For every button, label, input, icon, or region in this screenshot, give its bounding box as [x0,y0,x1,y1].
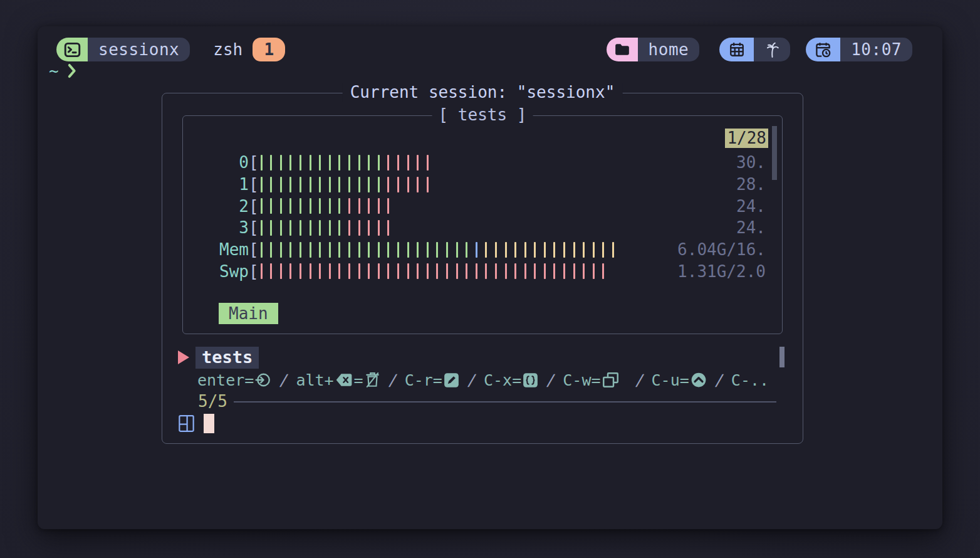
meter-label: 2 [183,197,249,216]
preview-position-indicator: 1/28 [725,129,768,148]
meter-bracket: [ [249,218,259,237]
meter-row-3: 3[24. [183,217,782,239]
divider-line [234,401,776,403]
calendar-clock-icon [806,38,840,61]
text-cursor [204,414,214,433]
keybinding-help-line: enter=/alt+=/C-r=/C-x=/C-w=/C-u=/C-.. [197,370,769,390]
prompt-chevron-icon [67,63,77,78]
window-tab-badge: Main [219,303,278,324]
calendar-pill [719,38,790,61]
meter-row-swp: Swp[1.31G/2.0 [183,260,782,282]
triangle-right-icon [178,350,189,364]
help-keybinding-text: alt+ [296,371,333,389]
meter-value: 1.31G/2.0 [677,262,766,281]
search-input[interactable] [178,413,214,434]
window-layout-icon [178,414,195,433]
palm-tree-icon [754,38,790,61]
match-counter: 5/5 [198,392,227,411]
preview-title: [ tests ] [432,105,533,124]
meter-value: 24. [736,218,766,237]
trash-icon [365,372,380,388]
list-scrollbar-thumb[interactable] [779,347,785,367]
meter-value: 24. [736,197,766,216]
meter-value: 30. [736,153,766,172]
popup-title: Current session: "sessionx" [343,83,623,102]
help-keybinding-text: enter= [197,371,254,389]
meter-bar-graph [261,174,437,196]
directory-name: home [638,38,700,61]
help-separator: / [634,371,645,389]
help-separator: / [387,371,399,389]
meter-label: 3 [183,218,249,237]
help-keybinding-text: C-w= [563,371,600,389]
meter-row-1: 1[28. [183,174,782,196]
time-label: 10:07 [840,38,912,61]
sessionx-popup: Current session: "sessionx" [ tests ] 1/… [162,93,803,444]
meter-bracket: [ [249,240,259,259]
meter-label: 1 [183,175,249,194]
meter-bar-graph [261,217,397,239]
session-pill[interactable]: sessionx [56,38,190,61]
meter-value: 28. [736,175,766,194]
shell-prompt: ~ [49,61,77,80]
meter-bracket: [ [249,175,259,194]
directory-pill: home [607,38,700,61]
meter-row-0: 0[30. [183,152,782,174]
window-index-badge[interactable]: 1 [253,38,285,61]
help-keybinding-text: C-r= [405,371,442,389]
help-separator: / [279,371,290,389]
session-list-item-tests[interactable]: tests [178,347,259,368]
prompt-cwd: ~ [49,61,59,80]
meter-bar-graph [261,260,612,282]
expand-icon [523,372,538,388]
meter-value: 6.04G/16. [677,240,766,259]
help-keybinding-text: C-u= [652,371,689,389]
up-circle-icon [691,372,707,388]
terminal-icon [56,38,88,61]
help-keybinding-text: C-.. [731,371,769,389]
meter-label: Mem [183,240,249,259]
session-preview-pane: [ tests ] 1/28 0[30.1[28.2[24.3[24.Mem[6… [182,115,783,334]
meter-bracket: [ [249,197,259,216]
enter-icon [255,372,271,388]
meter-bracket: [ [249,153,259,172]
session-name: sessionx [88,38,190,61]
terminal-window: sessionx zsh 1 home [38,26,942,529]
match-count-label: 5/5 [198,392,227,411]
htop-meters: 0[30.1[28.2[24.3[24.Mem[6.04G/16.Swp[1.3… [183,152,782,282]
shell-name: zsh [213,40,242,59]
help-keybinding-text: C-x= [484,371,521,389]
selected-session-name: tests [195,347,259,369]
clock-pill: 10:07 [806,38,912,61]
meter-bar-graph [261,195,397,217]
meter-label: Swp [183,262,249,281]
meter-row-2: 2[24. [183,195,782,217]
calendar-icon [719,38,754,61]
folder-icon [607,38,638,61]
rename-icon [444,372,459,388]
help-keybinding-text: = [354,371,363,389]
meter-row-mem: Mem[6.04G/16. [183,239,782,261]
tmux-status-bar: sessionx zsh 1 home [56,38,912,61]
help-separator: / [466,371,477,389]
backspace-icon [335,372,353,387]
help-separator: / [546,371,557,389]
meter-bracket: [ [249,262,259,281]
help-separator: / [714,371,725,389]
meter-label: 0 [183,153,249,172]
windows-icon [602,372,619,388]
meter-bar-graph [261,239,622,261]
meter-bar-graph [261,152,437,174]
